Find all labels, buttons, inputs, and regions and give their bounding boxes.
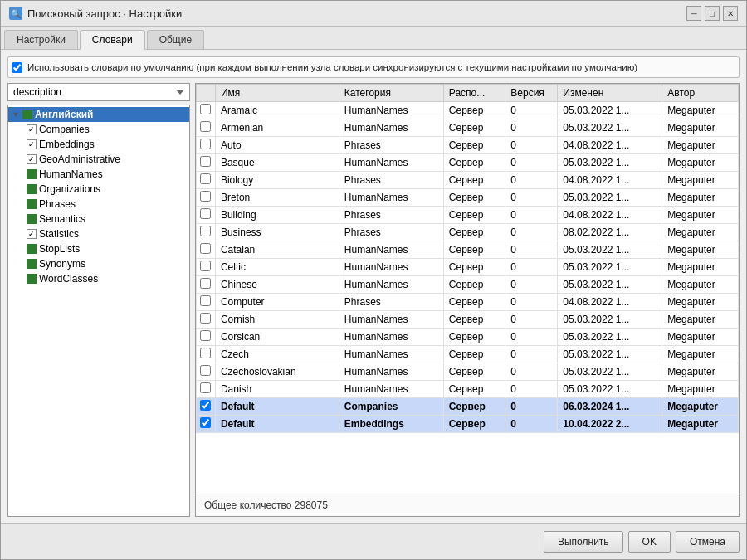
tree-label-wordclasses: WordClasses	[39, 273, 98, 285]
table-row[interactable]: CelticHumanNamesСервер005.03.2022 1...Me…	[197, 259, 739, 276]
table-row[interactable]: AutoPhrasesСервер004.08.2022 1...Megaput…	[197, 137, 739, 154]
table-row[interactable]: DefaultCompaniesСервер006.03.2024 1...Me…	[197, 398, 739, 416]
row-checkbox[interactable]	[200, 348, 211, 358]
row-checkbox-cell[interactable]	[197, 259, 216, 276]
row-checkbox[interactable]	[200, 156, 211, 167]
table-row[interactable]: BiologyPhrasesСервер004.08.2022 1...Mega…	[197, 172, 739, 189]
tree-check-embeddings[interactable]: ✓	[27, 139, 37, 149]
row-checkbox[interactable]	[200, 191, 211, 202]
row-checkbox[interactable]	[200, 400, 211, 411]
tree-expand-arrow: ▼	[12, 110, 20, 119]
tree-check-geoadmin[interactable]: ✓	[27, 154, 37, 164]
table-row[interactable]: CatalanHumanNamesСервер005.03.2022 1...M…	[197, 241, 739, 259]
row-checkbox-cell[interactable]	[197, 381, 216, 398]
table-row[interactable]: BasqueHumanNamesСервер005.03.2022 1...Me…	[197, 154, 739, 172]
row-checkbox[interactable]	[200, 173, 211, 184]
tree-node-synonyms[interactable]: Synonyms	[8, 256, 189, 271]
tree-node-stoplists[interactable]: StopLists	[8, 241, 189, 256]
table-row[interactable]: AramaicHumanNamesСервер005.03.2022 1...M…	[197, 102, 739, 119]
tab-general[interactable]: Общие	[147, 30, 204, 49]
row-checkbox[interactable]	[200, 278, 211, 289]
col-header-category[interactable]: Категория	[339, 85, 443, 102]
row-checkbox-cell[interactable]	[197, 346, 216, 363]
row-checkbox[interactable]	[200, 139, 211, 149]
col-header-version[interactable]: Версия	[505, 85, 558, 102]
row-checkbox-cell[interactable]	[197, 137, 216, 154]
col-header-modified[interactable]: Изменен	[558, 85, 662, 102]
row-checkbox[interactable]	[200, 330, 211, 341]
row-checkbox-cell[interactable]	[197, 294, 216, 311]
table-row[interactable]: CzechHumanNamesСервер005.03.2022 1...Meg…	[197, 346, 739, 363]
row-checkbox-cell[interactable]	[197, 102, 216, 119]
right-panel: Имя Категория Распо... Версия Изменен Ав…	[195, 83, 740, 517]
row-author: Megaputer	[662, 154, 739, 172]
row-checkbox[interactable]	[200, 261, 211, 271]
tab-dictionaries[interactable]: Словари	[80, 30, 145, 50]
tree-node-semantics[interactable]: Semantics	[8, 212, 189, 226]
tree-node-organizations[interactable]: Organizations	[8, 182, 189, 197]
row-checkbox-cell[interactable]	[197, 311, 216, 329]
title-bar-controls: ─ □ ✕	[686, 6, 738, 21]
table-row[interactable]: CzechoslovakianHumanNamesСервер005.03.20…	[197, 363, 739, 381]
row-checkbox-cell[interactable]	[197, 207, 216, 224]
tree-node-statistics[interactable]: ✓ Statistics	[8, 226, 189, 241]
row-checkbox-cell[interactable]	[197, 416, 216, 433]
close-button[interactable]: ✕	[723, 6, 738, 21]
row-checkbox-cell[interactable]	[197, 329, 216, 346]
minimize-button[interactable]: ─	[686, 6, 701, 21]
row-checkbox[interactable]	[200, 417, 211, 428]
row-checkbox-cell[interactable]	[197, 119, 216, 137]
row-checkbox[interactable]	[200, 365, 211, 376]
table-row[interactable]: BretonHumanNamesСервер005.03.2022 1...Me…	[197, 189, 739, 207]
tab-settings[interactable]: Настройки	[4, 30, 78, 49]
description-dropdown[interactable]: description name type	[7, 83, 190, 101]
row-checkbox[interactable]	[200, 382, 211, 393]
tree-root-node[interactable]: ▼ Английский	[8, 107, 189, 122]
row-checkbox-cell[interactable]	[197, 276, 216, 294]
table-row[interactable]: ComputerPhrasesСервер004.08.2022 1...Meg…	[197, 294, 739, 311]
col-header-location[interactable]: Распо...	[443, 85, 505, 102]
table-row[interactable]: BusinessPhrasesСервер008.02.2022 1...Meg…	[197, 224, 739, 241]
table-row[interactable]: CornishHumanNamesСервер005.03.2022 1...M…	[197, 311, 739, 329]
table-row[interactable]: CorsicanHumanNamesСервер005.03.2022 1...…	[197, 329, 739, 346]
table-row[interactable]: ArmenianHumanNamesСервер005.03.2022 1...…	[197, 119, 739, 137]
row-checkbox[interactable]	[200, 226, 211, 236]
restore-button[interactable]: □	[705, 6, 720, 21]
tree-node-wordclasses[interactable]: WordClasses	[8, 271, 189, 286]
tree-check-companies[interactable]: ✓	[27, 124, 37, 134]
execute-button[interactable]: Выполнить	[544, 531, 623, 553]
row-checkbox-cell[interactable]	[197, 398, 216, 416]
table-row[interactable]: DanishHumanNamesСервер005.03.2022 1...Me…	[197, 381, 739, 398]
row-checkbox-cell[interactable]	[197, 154, 216, 172]
notice-checkbox[interactable]	[12, 62, 22, 73]
tree-node-humannames[interactable]: HumanNames	[8, 167, 189, 182]
tree-node-phrases[interactable]: Phrases	[8, 197, 189, 212]
col-header-name[interactable]: Имя	[215, 85, 339, 102]
ok-button[interactable]: OK	[628, 531, 671, 553]
row-checkbox[interactable]	[200, 121, 211, 132]
row-location: Сервер	[443, 207, 505, 224]
row-checkbox-cell[interactable]	[197, 224, 216, 241]
table-wrapper[interactable]: Имя Категория Распо... Версия Изменен Ав…	[196, 84, 739, 494]
tree-check-statistics[interactable]: ✓	[27, 229, 37, 239]
row-checkbox[interactable]	[200, 208, 211, 219]
tree-node-embeddings[interactable]: ✓ Embeddings	[8, 137, 189, 152]
table-row[interactable]: BuildingPhrasesСервер004.08.2022 1...Meg…	[197, 207, 739, 224]
row-checkbox[interactable]	[200, 313, 211, 324]
row-checkbox[interactable]	[200, 295, 211, 306]
row-checkbox[interactable]	[200, 104, 211, 114]
tree-node-companies[interactable]: ✓ Companies	[8, 122, 189, 137]
row-checkbox-cell[interactable]	[197, 363, 216, 381]
row-category: HumanNames	[339, 154, 443, 172]
row-author: Megaputer	[662, 294, 739, 311]
table-row[interactable]: DefaultEmbeddingsСервер010.04.2022 2...M…	[197, 416, 739, 433]
row-category: Companies	[339, 398, 443, 416]
row-checkbox[interactable]	[200, 243, 211, 254]
row-checkbox-cell[interactable]	[197, 172, 216, 189]
row-checkbox-cell[interactable]	[197, 189, 216, 207]
tree-node-geoadmin[interactable]: ✓ GeoAdministrative	[8, 152, 189, 167]
cancel-button[interactable]: Отмена	[676, 531, 740, 553]
table-row[interactable]: ChineseHumanNamesСервер005.03.2022 1...M…	[197, 276, 739, 294]
col-header-author[interactable]: Автор	[662, 85, 739, 102]
row-checkbox-cell[interactable]	[197, 241, 216, 259]
